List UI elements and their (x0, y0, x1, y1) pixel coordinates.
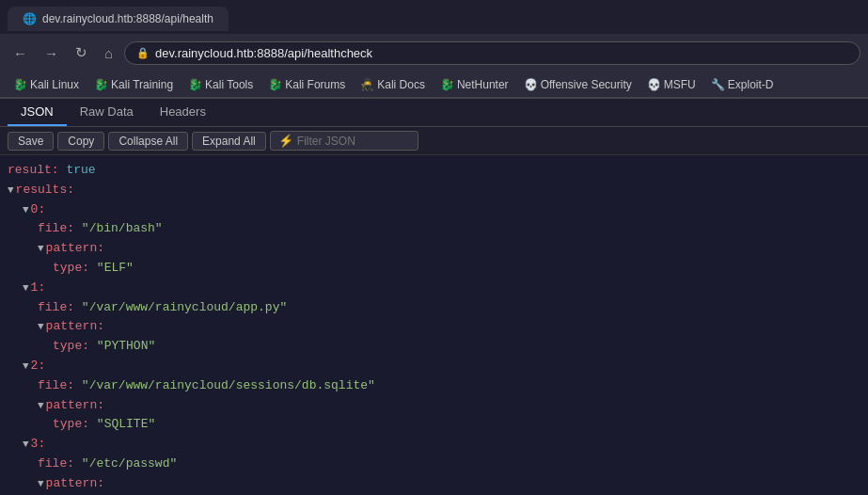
item2-file-line: file: "/var/www/rainycloud/sessions/db.s… (8, 376, 860, 396)
bookmark-msfu[interactable]: 💀 MSFU (641, 76, 702, 93)
item2-pattern-line: ▼ pattern: (8, 396, 860, 416)
item0-index: 0: (31, 200, 46, 220)
browser-chrome: 🌐 dev.rainycloud.htb:8888/api/health ← →… (0, 0, 868, 99)
bookmark-nethunter-label: NetHunter (457, 78, 509, 91)
item0-type-line: type: "ELF" (8, 259, 860, 279)
item1-pattern-key: pattern: (46, 317, 104, 337)
result-line: result: true (8, 161, 860, 181)
item1-pattern-toggle[interactable]: ▼ (38, 319, 44, 336)
item3-line: ▼ 3: (8, 435, 860, 455)
tab-raw-data[interactable]: Raw Data (67, 99, 147, 126)
item1-file-line: file: "/var/www/rainycloud/app.py" (8, 298, 860, 318)
item1-type-val: "PYTHON" (97, 337, 155, 357)
bookmark-exploit-db[interactable]: 🔧 Exploit-D (705, 76, 780, 93)
bookmark-kali-forums-label: Kali Forums (285, 78, 345, 91)
item3-index: 3: (31, 435, 46, 455)
item0-toggle[interactable]: ▼ (23, 202, 29, 219)
lock-icon: 🔒 (136, 47, 150, 59)
offensive-security-icon: 💀 (524, 78, 538, 91)
bookmark-kali-forums[interactable]: 🐉 Kali Forums (262, 76, 351, 93)
item2-type-val: "SQLITE" (97, 415, 155, 435)
save-button[interactable]: Save (8, 132, 54, 151)
results-line: ▼ results: (8, 181, 860, 200)
result-val: true (66, 161, 95, 181)
item1-pattern-line: ▼ pattern: (8, 317, 860, 337)
item0-file-val: "/bin/bash" (82, 219, 163, 239)
tab-headers[interactable]: Headers (147, 99, 219, 126)
nethunter-icon: 🐉 (440, 78, 454, 91)
url-text: dev.rainycloud.htb:8888/api/healthcheck (155, 46, 372, 60)
filter-container[interactable]: ⚡ (270, 131, 418, 151)
bookmark-kali-training[interactable]: 🐉 Kali Training (88, 76, 179, 93)
forward-button[interactable]: → (39, 41, 64, 65)
filter-icon: ⚡ (278, 134, 293, 148)
back-button[interactable]: ← (8, 41, 33, 65)
copy-button[interactable]: Copy (57, 132, 104, 151)
results-key: results: (16, 181, 74, 200)
item2-pattern-key: pattern: (46, 396, 104, 416)
tab-favicon: 🌐 (23, 12, 37, 25)
bookmark-msfu-label: MSFU (664, 78, 696, 91)
json-toolbar: Save Copy Collapse All Expand All ⚡ (0, 127, 868, 155)
item3-file-key: file: (38, 455, 74, 474)
devtools-tabs: JSON Raw Data Headers (0, 99, 868, 127)
kali-training-icon: 🐉 (94, 78, 108, 91)
collapse-all-button[interactable]: Collapse All (108, 132, 188, 151)
item3-pattern-line: ▼ pattern: (8, 474, 860, 490)
tab-bar: 🌐 dev.rainycloud.htb:8888/api/health (0, 0, 868, 34)
item3-toggle[interactable]: ▼ (23, 437, 29, 454)
item3-pattern-toggle[interactable]: ▼ (38, 476, 44, 490)
bookmark-nethunter[interactable]: 🐉 NetHunter (434, 76, 514, 93)
item2-toggle[interactable]: ▼ (23, 359, 29, 375)
item0-pattern-line: ▼ pattern: (8, 239, 860, 259)
kali-tools-icon: 🐉 (188, 78, 202, 91)
msfu-icon: 💀 (647, 78, 661, 91)
item2-pattern-toggle[interactable]: ▼ (38, 398, 44, 415)
item2-file-val: "/var/www/rainycloud/sessions/db.sqlite" (82, 376, 375, 396)
bookmark-kali-linux[interactable]: 🐉 Kali Linux (8, 76, 85, 93)
item3-file-val: "/etc/passwd" (82, 455, 177, 474)
item1-file-val: "/var/www/rainycloud/app.py" (82, 298, 287, 318)
item1-line: ▼ 1: (8, 279, 860, 298)
bookmark-kali-docs-label: Kali Docs (377, 78, 425, 91)
item0-file-line: file: "/bin/bash" (8, 219, 860, 239)
item1-type-line: type: "PYTHON" (8, 337, 860, 357)
item0-line: ▼ 0: (8, 200, 860, 220)
item0-pattern-toggle[interactable]: ▼ (38, 241, 44, 258)
kali-linux-icon: 🐉 (13, 78, 27, 91)
results-toggle[interactable]: ▼ (8, 183, 14, 200)
bookmark-kali-docs[interactable]: 🥷 Kali Docs (355, 76, 431, 93)
kali-docs-icon: 🥷 (360, 78, 374, 91)
bookmarks-bar: 🐉 Kali Linux 🐉 Kali Training 🐉 Kali Tool… (0, 72, 868, 98)
item2-file-key: file: (38, 376, 74, 396)
item3-pattern-key: pattern: (46, 474, 104, 490)
json-content: result: true ▼ results: ▼ 0: file: "/bin… (0, 155, 868, 490)
item1-type-key: type: (53, 337, 89, 357)
item0-file-key: file: (38, 219, 74, 239)
bookmark-kali-training-label: Kali Training (111, 78, 173, 91)
filter-input[interactable] (297, 135, 410, 148)
reload-button[interactable]: ↻ (70, 40, 93, 65)
kali-forums-icon: 🐉 (268, 78, 282, 91)
expand-all-button[interactable]: Expand All (192, 132, 266, 151)
home-button[interactable]: ⌂ (99, 41, 118, 65)
result-key: result: (8, 161, 59, 181)
bookmark-kali-linux-label: Kali Linux (30, 78, 79, 91)
address-bar[interactable]: 🔒 dev.rainycloud.htb:8888/api/healthchec… (124, 41, 860, 65)
bookmark-offensive-security-label: Offensive Security (541, 78, 632, 91)
item0-type-key: type: (53, 259, 89, 279)
tab-title: dev.rainycloud.htb:8888/api/health (42, 12, 213, 25)
bookmark-exploit-db-label: Exploit-D (728, 78, 774, 91)
item0-pattern-key: pattern: (46, 239, 104, 259)
item2-type-line: type: "SQLITE" (8, 415, 860, 435)
item2-type-key: type: (53, 415, 89, 435)
exploit-db-icon: 🔧 (711, 78, 725, 91)
item0-type-val: "ELF" (97, 259, 134, 279)
bookmark-offensive-security[interactable]: 💀 Offensive Security (518, 76, 638, 93)
tab-json[interactable]: JSON (8, 99, 67, 126)
item1-toggle[interactable]: ▼ (23, 280, 29, 297)
bookmark-kali-tools-label: Kali Tools (205, 78, 253, 91)
browser-tab[interactable]: 🌐 dev.rainycloud.htb:8888/api/health (8, 7, 229, 31)
item1-index: 1: (31, 279, 46, 298)
bookmark-kali-tools[interactable]: 🐉 Kali Tools (182, 76, 259, 93)
